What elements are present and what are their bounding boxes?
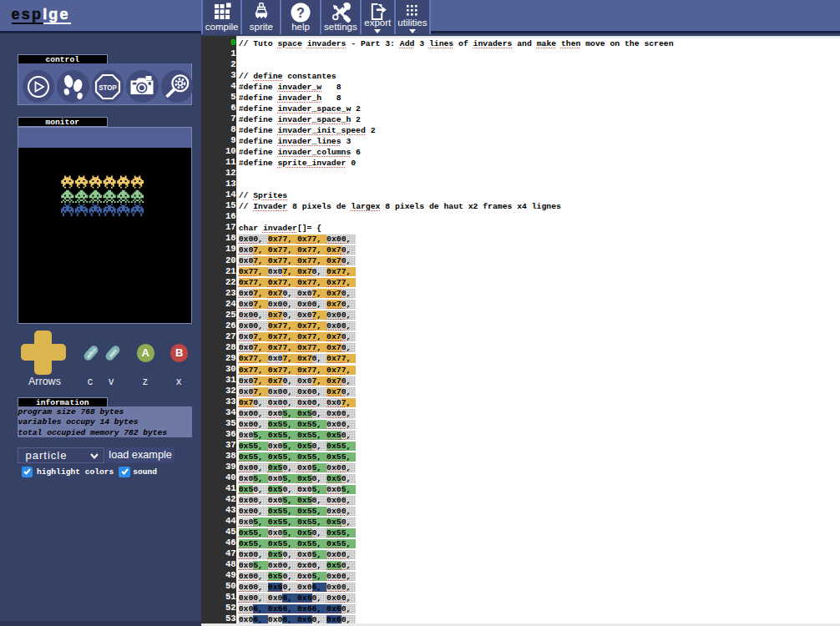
svg-text:STOP: STOP [99,83,117,92]
svg-text:?: ? [296,6,305,20]
